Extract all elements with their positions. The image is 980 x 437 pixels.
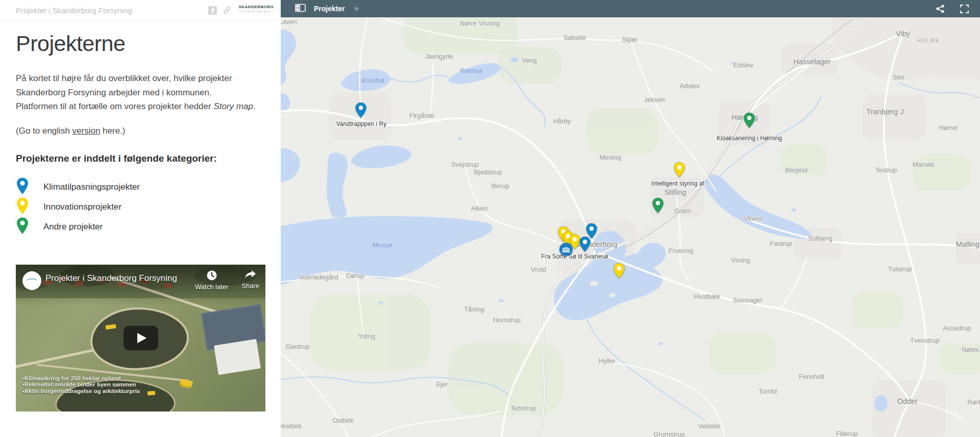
video-caption-bullets: •Klimasikring for 250 hektar opland •Rek… — [22, 376, 140, 395]
map-place-label: Hasselager — [793, 58, 830, 66]
map-place-label: Tvenstrup — [910, 337, 940, 344]
map-place-label: Grumstrup — [653, 430, 684, 437]
marker-label: Vandtrapppen i Ry — [336, 120, 387, 127]
map-place-label: Mesing — [600, 153, 621, 161]
map-place-label: Veng — [522, 57, 537, 64]
map-place-label: Ostbirk — [332, 417, 353, 424]
map-header: Projekter ★ — [281, 0, 980, 17]
blue-map-pin[interactable] — [355, 101, 368, 120]
marker-label: Intelligent styring af... — [651, 180, 709, 187]
collapse-panel-icon[interactable] — [295, 4, 306, 14]
map-place-label: Gram — [674, 207, 691, 215]
map-place-label: Søballe — [564, 34, 586, 41]
map-place-label: Tranbjerg J — [867, 108, 904, 116]
map-place-label: Tebstrup — [510, 404, 536, 412]
legend-item-klimatilpasning: Klimatilpasningsprojekter — [16, 177, 265, 197]
map-place-label: Yding — [358, 332, 375, 340]
map-place-label: Solbjerg — [808, 235, 832, 242]
map-place-label: Marslet — [913, 161, 935, 168]
map-place-label: Rørt — [967, 398, 980, 406]
app-title: Projekter i Skanderborg Forsyning — [16, 6, 132, 15]
map-place-label: Torrild — [758, 388, 776, 395]
yellow-map-pin[interactable] — [673, 161, 686, 180]
map-place-label: Vestbirk — [281, 422, 302, 430]
sidebar: Projekter i Skanderborg Forsyning SKANDE… — [0, 0, 281, 437]
english-prefix: (Go to english — [16, 126, 72, 136]
legend-item-andre: Andre projekter — [16, 217, 265, 237]
clock-icon — [206, 270, 217, 281]
map-place-label: Fruering — [669, 247, 693, 254]
map-place-label: Malling — [956, 240, 979, 248]
watch-later-button[interactable]: Watch later — [195, 270, 228, 291]
landmark-bridge-marker[interactable] — [559, 243, 573, 259]
map-place-label: Gantrup — [286, 343, 310, 350]
map-place-label: Hårby — [553, 117, 571, 125]
map-place-label: Vitved — [744, 215, 762, 222]
map-place-label: Laven — [281, 18, 297, 25]
english-suffix: here.) — [100, 126, 125, 136]
map-place-label: Alken — [471, 204, 488, 212]
green-pin-icon — [16, 217, 43, 237]
sidebar-header: Projekter i Skanderborg Forsyning SKANDE… — [0, 0, 281, 21]
map-pane: Projekter ★ — [281, 0, 980, 437]
legend-list: Klimatilpasningsprojekter Innovationspro… — [16, 177, 265, 237]
map-place-label: Tåning — [464, 305, 484, 313]
video-title[interactable]: Projekter i Skanderborg Forsyning — [45, 273, 177, 284]
english-version-link[interactable]: version — [72, 126, 101, 136]
map-water-label: Mossø — [373, 241, 393, 249]
map-canvas[interactable]: LavenNørre VissingSøballeStjærVengJavngy… — [281, 17, 980, 437]
map-place-label: Adslev — [679, 82, 699, 90]
map-place-label: Nølev — [962, 346, 979, 353]
yellow-pin-icon — [16, 197, 43, 217]
favorite-star-icon[interactable]: ★ — [353, 4, 360, 13]
map-place-label: Viby — [896, 30, 910, 38]
link-icon[interactable] — [223, 6, 232, 15]
map-place-label: Fillerup — [836, 430, 858, 437]
map-place-label: Firgårde — [409, 112, 434, 119]
excavator — [148, 391, 156, 395]
map-place-label: Stilling — [665, 188, 687, 196]
blue-map-pin[interactable] — [579, 236, 592, 254]
map-place-label: Svejstrup — [451, 161, 479, 168]
intro-text: På kortet til højre får du overblikket o… — [16, 73, 232, 111]
map-place-label: Voerladegård — [299, 273, 338, 281]
map-place-label: Testrup — [875, 166, 897, 174]
yellow-map-pin[interactable] — [613, 262, 626, 281]
green-map-pin[interactable] — [743, 112, 756, 131]
map-place-label: Hørret — [939, 124, 958, 132]
map-place-label: Illerup — [491, 182, 509, 190]
legend-label: Klimatilpasningsprojekter — [43, 182, 140, 192]
map-place-label: Stjær — [622, 36, 638, 43]
share-video-button[interactable]: Share — [241, 270, 259, 291]
map-place-label: Tulstrup — [888, 265, 912, 273]
sidebar-content: Projekterne På kortet til højre får du o… — [0, 21, 281, 412]
intro-period: . — [253, 101, 256, 111]
map-water-label: Knudsø — [362, 76, 385, 84]
facebook-icon[interactable] — [208, 6, 217, 15]
map-place-label: Blegind — [785, 166, 807, 174]
map-place-label: Odder — [897, 397, 918, 405]
share-icon[interactable] — [936, 4, 945, 13]
blue-pin-icon — [16, 177, 43, 197]
map-place-label: Hvolbæk — [694, 293, 720, 300]
map-place-label: Virring — [731, 256, 750, 264]
intro-paragraph: På kortet til højre får du overblikket o… — [16, 71, 256, 114]
page-title: Projekterne — [16, 31, 265, 56]
map-place-label: Fensholt — [799, 373, 824, 380]
map-place-label: Slet — [893, 73, 904, 81]
map-place-label: Vedslet — [698, 422, 720, 430]
map-place-label: Edslev — [733, 61, 753, 69]
play-button[interactable] — [124, 326, 158, 350]
youtube-video-embed[interactable]: Projekter i Skanderborg Forsyning Watch … — [16, 265, 265, 412]
map-layer: LavenNørre VissingSøballeStjærVengJavngy… — [281, 17, 980, 437]
fullscreen-icon[interactable] — [960, 5, 969, 13]
map-place-label: Ejer — [436, 380, 448, 388]
green-map-pin[interactable] — [652, 197, 665, 216]
legend-item-innovation: Innovationsprojekter — [16, 197, 265, 217]
map-place-label: Hylke — [599, 357, 616, 365]
storymap-app: Projekter i Skanderborg Forsyning SKANDE… — [0, 0, 980, 437]
map-place-label: Fastrup — [770, 240, 792, 247]
map-place-label: Assedrup — [943, 324, 971, 332]
map-place-label: HOLME — [917, 37, 940, 43]
channel-avatar[interactable] — [22, 271, 41, 290]
